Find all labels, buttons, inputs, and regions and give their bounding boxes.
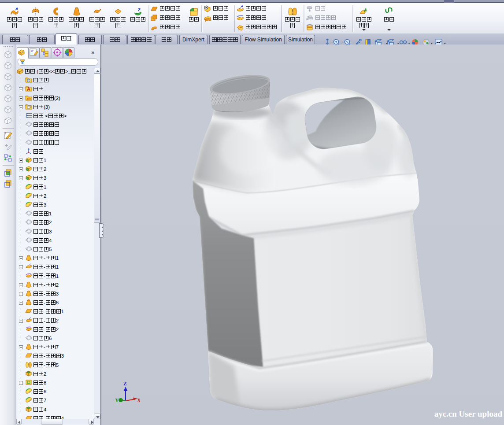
svg-text:Y: Y: [115, 397, 119, 403]
svg-text:Z: Z: [123, 381, 127, 387]
svg-text:X: X: [137, 397, 140, 403]
